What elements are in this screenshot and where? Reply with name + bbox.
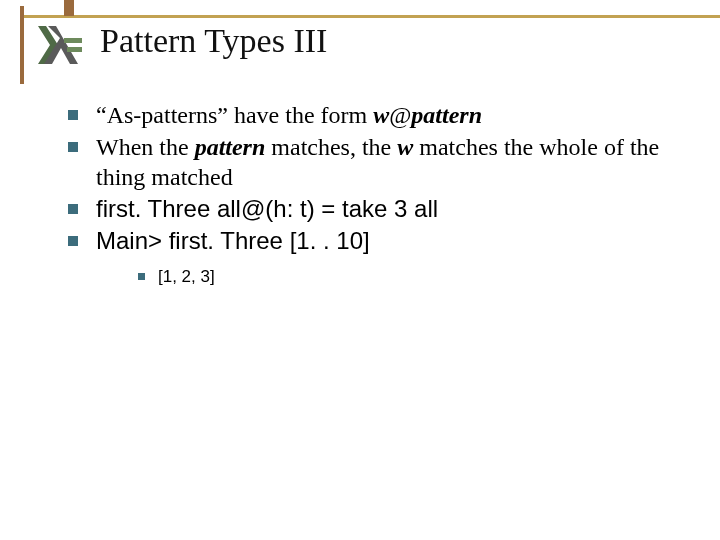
svg-rect-3 bbox=[67, 47, 82, 52]
text-run: first. Three all@(h: t) = take 3 all bbox=[96, 195, 438, 222]
text-run: matches, the bbox=[265, 134, 397, 160]
text-run: “As-patterns” have the form bbox=[96, 102, 373, 128]
text-run-emph: pattern bbox=[195, 134, 266, 160]
slide: Pattern Types III “As-patterns” have the… bbox=[0, 0, 720, 540]
haskell-logo-icon bbox=[38, 26, 82, 64]
slide-content: “As-patterns” have the form w@pattern Wh… bbox=[58, 100, 700, 290]
list-item: first. Three all@(h: t) = take 3 all bbox=[58, 194, 700, 224]
text-run-emph: w bbox=[397, 134, 413, 160]
sub-bullet-list: [1, 2, 3] bbox=[96, 266, 700, 288]
decorative-top-line bbox=[20, 15, 720, 18]
text-run: [1, 2, 3] bbox=[158, 267, 215, 286]
bullet-list: “As-patterns” have the form w@pattern Wh… bbox=[58, 100, 700, 288]
text-run-emph: pattern bbox=[411, 102, 482, 128]
list-item: When the pattern matches, the w matches … bbox=[58, 132, 700, 192]
text-run: @ bbox=[389, 102, 411, 128]
decorative-left-bar bbox=[20, 6, 24, 84]
text-run: When the bbox=[96, 134, 195, 160]
text-run: Main> first. Three [1. . 10] bbox=[96, 227, 370, 254]
decorative-top-notch bbox=[64, 0, 74, 16]
text-run-emph: w bbox=[373, 102, 389, 128]
slide-title: Pattern Types III bbox=[100, 22, 327, 60]
list-item: Main> first. Three [1. . 10] [1, 2, 3] bbox=[58, 226, 700, 288]
svg-rect-2 bbox=[64, 38, 82, 43]
list-item: “As-patterns” have the form w@pattern bbox=[58, 100, 700, 130]
list-item: [1, 2, 3] bbox=[136, 266, 700, 288]
